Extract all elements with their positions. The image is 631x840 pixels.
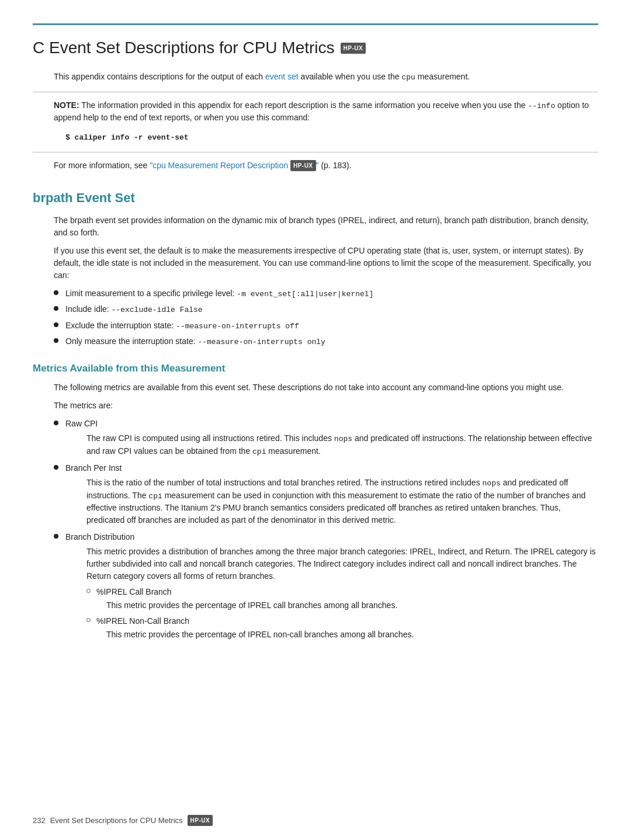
intro-text3: measurement. xyxy=(415,72,470,81)
sub-metric-iprel-noncall: %IPREL Non-Call Branch This metric provi… xyxy=(86,615,598,641)
bullet-4: Only measure the interruption state: --m… xyxy=(54,335,598,348)
note-text1: The information provided in this appendi… xyxy=(79,100,528,110)
bullet-3-text: Exclude the interruption state: --measur… xyxy=(65,320,299,332)
top-border xyxy=(33,23,598,25)
metrics-list: Raw CPI The raw CPI is computed using al… xyxy=(54,418,598,641)
intro-paragraph: This appendix contains descriptions for … xyxy=(54,71,598,84)
bullet-1: Limit measurement to a specific privileg… xyxy=(54,287,598,300)
section1-heading: brpath Event Set xyxy=(33,188,598,207)
metric-desc-branch-dist: This metric provides a distribution of b… xyxy=(86,546,598,582)
bullet-2-code: --exclude-idle False xyxy=(112,306,203,314)
footer-badge: HP-UX xyxy=(188,815,213,826)
bullet-dot-3 xyxy=(54,322,58,327)
sub-metric-iprel-call: %IPREL Call Branch This metric provides … xyxy=(86,586,598,612)
bullet-3-code: --measure-on-interrupts off xyxy=(176,322,299,331)
bullet-dot-4 xyxy=(54,338,58,343)
intro-text1: This appendix contains descriptions for … xyxy=(54,72,265,81)
metric-dot-branch-per-inst xyxy=(54,465,58,470)
sub-bullet-circle-1 xyxy=(86,589,91,593)
bullet-4-text: Only measure the interruption state: --m… xyxy=(65,335,325,348)
nops-code-1: nops xyxy=(334,435,352,443)
metric-title-branch-per-inst: Branch Per Inst xyxy=(65,462,122,474)
sub-bullet-circle-2 xyxy=(86,618,91,622)
metric-dot-branch-dist xyxy=(54,534,58,539)
note-block: NOTE: The information provided in this a… xyxy=(54,99,598,124)
page-title: C Event Set Descriptions for CPU Metrics… xyxy=(33,36,598,60)
cpu-report-link[interactable]: "cpu Measurement Report Description HP-U… xyxy=(150,161,318,170)
see-also-text2: (p. 183). xyxy=(319,161,352,170)
subsection1-para2: The metrics are: xyxy=(54,400,598,412)
bullet-dot-1 xyxy=(54,290,58,295)
sub-item-iprel-noncall-desc: This metric provides the percentage of I… xyxy=(96,629,414,641)
bullet-3: Exclude the interruption state: --measur… xyxy=(54,320,598,332)
title-hpux-badge: HP-UX xyxy=(341,43,366,54)
bullet-1-code: -m event_set[:all|user|kernel] xyxy=(237,290,373,298)
footer: 232 Event Set Descriptions for CPU Metri… xyxy=(33,815,598,827)
page: C Event Set Descriptions for CPU Metrics… xyxy=(0,0,631,840)
cpi-code-1: cpi xyxy=(252,447,266,456)
sub-item-iprel-noncall-title: %IPREL Non-Call Branch xyxy=(96,615,414,627)
page-title-text: C Event Set Descriptions for CPU Metrics xyxy=(33,36,335,60)
bullet-dot-2 xyxy=(54,306,58,311)
section1-bullets: Limit measurement to a specific privileg… xyxy=(54,287,598,348)
bullet-1-text: Limit measurement to a specific privileg… xyxy=(65,287,373,300)
bullet-2: Include idle: --exclude-idle False xyxy=(54,303,598,316)
see-also-paragraph: For more information, see "cpu Measureme… xyxy=(54,159,598,172)
cpu-code: cpu xyxy=(401,73,415,82)
sub-item-iprel-call-block: %IPREL Call Branch This metric provides … xyxy=(96,586,397,612)
metric-branch-per-inst: Branch Per Inst This is the ratio of the… xyxy=(54,462,598,526)
sub-item-iprel-call-title: %IPREL Call Branch xyxy=(96,586,397,598)
sub-metrics-list: %IPREL Call Branch This metric provides … xyxy=(86,586,598,641)
divider-1 xyxy=(33,92,598,92)
bullet-2-text: Include idle: --exclude-idle False xyxy=(65,303,203,316)
command-text: $ caliper info -r event-set xyxy=(65,133,189,142)
metric-title-branch-dist: Branch Distribution xyxy=(65,531,134,543)
see-also-badge: HP-UX xyxy=(290,160,316,171)
metric-branch-distribution: Branch Distribution This metric provides… xyxy=(54,531,598,641)
bullet-4-code: --measure-on-interrupts only xyxy=(197,338,325,346)
intro-text2: available when you use the xyxy=(299,72,402,81)
metric-dot-raw-cpi xyxy=(54,421,58,425)
divider-2 xyxy=(33,152,598,152)
section1-para1: The brpath event set provides informatio… xyxy=(54,214,598,239)
sub-item-iprel-noncall-block: %IPREL Non-Call Branch This metric provi… xyxy=(96,615,414,641)
metric-desc-raw-cpi: The raw CPI is computed using all instru… xyxy=(86,432,598,457)
info-option-code: --info xyxy=(528,102,555,110)
metric-desc-branch-per-inst: This is the ratio of the number of total… xyxy=(86,477,598,526)
sub-item-iprel-call-desc: This metric provides the percentage of I… xyxy=(96,599,397,612)
event-set-link[interactable]: event set xyxy=(265,72,299,81)
footer-text: Event Set Descriptions for CPU Metrics xyxy=(50,815,183,827)
subsection1-para1: The following metrics are available from… xyxy=(54,381,598,394)
footer-page-number: 232 xyxy=(33,815,46,827)
metric-raw-cpi: Raw CPI The raw CPI is computed using al… xyxy=(54,418,598,457)
see-also-text1: For more information, see xyxy=(54,161,150,170)
nops-code-2: nops xyxy=(483,479,501,488)
note-label: NOTE: xyxy=(54,100,79,110)
command-block: $ caliper info -r event-set xyxy=(65,132,598,144)
section1-para2: If you use this event set, the default i… xyxy=(54,245,598,282)
metric-title-raw-cpi: Raw CPI xyxy=(65,418,98,430)
subsection1-heading: Metrics Available from this Measurement xyxy=(33,361,598,376)
cpi-code-2: cpi xyxy=(148,492,162,501)
